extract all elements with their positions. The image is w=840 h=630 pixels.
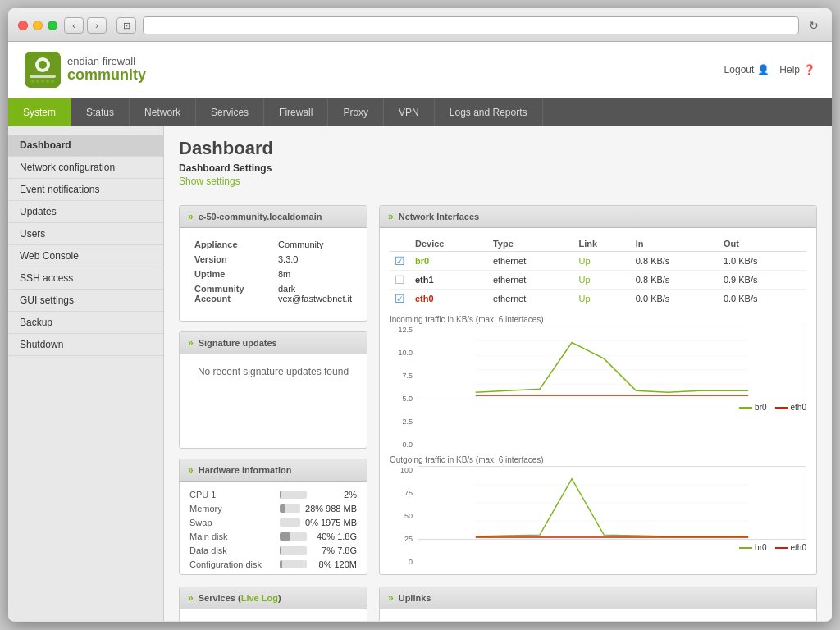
sidebar-item-updates[interactable]: Updates — [8, 201, 163, 223]
main-layout: Dashboard Network configuration Event no… — [8, 126, 832, 621]
nav-services[interactable]: Services — [196, 98, 264, 126]
uplinks-col-status: Status — [546, 618, 597, 621]
nav-logs[interactable]: Logs and Reports — [435, 98, 543, 126]
net-check[interactable]: ☑ — [390, 252, 410, 271]
hw-bar — [280, 504, 285, 513]
content-area: Dashboard Dashboard Settings Show settin… — [164, 126, 832, 621]
checkbox-icon[interactable]: ☑ — [395, 254, 405, 267]
sidebar-item-shutdown[interactable]: Shutdown — [8, 334, 163, 356]
nav-network[interactable]: Network — [130, 98, 196, 126]
hardware-panel: » Hardware information CPU 1 2% Memory — [179, 459, 368, 575]
nav-firewall[interactable]: Firewall — [264, 98, 328, 126]
col-in: In — [631, 236, 719, 252]
logo-area: endian firewall community — [25, 52, 146, 88]
app-header: endian firewall community Logout 👤 Help … — [8, 42, 832, 98]
logout-link[interactable]: Logout 👤 — [724, 64, 770, 75]
nav-vpn[interactable]: VPN — [384, 98, 435, 126]
live-log-link[interactable]: Live Log — [241, 593, 278, 603]
svg-rect-3 — [30, 75, 56, 78]
address-bar[interactable] — [143, 16, 799, 34]
maximize-button[interactable] — [48, 21, 57, 30]
net-check[interactable]: ☐ — [390, 271, 410, 290]
reload-button[interactable]: ↻ — [806, 17, 822, 34]
hw-value: 28% 988 MB — [305, 504, 357, 514]
hw-bar-container — [280, 491, 307, 499]
hw-bar — [280, 560, 282, 568]
hw-bar-container — [280, 504, 300, 513]
hw-value: 40% 1.8G — [312, 532, 357, 541]
appliance-panel-body: Appliance Community Version 3.3.0 — [180, 228, 367, 315]
net-out: 0.0 KB/s — [719, 290, 806, 308]
uplinks-panel: » Uplinks Name IP Address — [379, 587, 817, 621]
nav-status[interactable]: Status — [71, 98, 130, 126]
net-device: eth0 — [410, 290, 488, 308]
checkbox-icon[interactable]: ☐ — [395, 273, 405, 286]
sidebar-item-ssh[interactable]: SSH access — [8, 267, 163, 290]
double-arrow-icon: » — [188, 211, 194, 222]
hw-value: 7% 7.8G — [312, 546, 357, 555]
net-device: br0 — [410, 252, 488, 271]
svg-point-5 — [36, 80, 39, 83]
nav-proxy[interactable]: Proxy — [328, 98, 384, 126]
minimize-button[interactable] — [33, 21, 43, 30]
hw-value: 2% — [312, 490, 357, 500]
appliance-panel-header: » e-50-community.localdomain — [180, 206, 367, 228]
service-row: Intrusion Detection OFF — [189, 618, 357, 621]
uptime-label: Uptime — [191, 267, 273, 281]
uplinks-col-managed: Managed — [738, 618, 806, 621]
incoming-chart — [418, 326, 806, 399]
logout-icon: 👤 — [757, 64, 769, 75]
svg-point-6 — [41, 80, 44, 83]
sidebar-item-dashboard[interactable]: Dashboard — [8, 135, 163, 157]
uplinks-panel-title: Uplinks — [399, 593, 431, 603]
sidebar-item-gui-settings[interactable]: GUI settings — [8, 290, 163, 312]
brand-text: endian firewall — [67, 56, 146, 67]
tab-button[interactable]: ⊡ — [116, 17, 136, 34]
show-settings-link[interactable]: Show settings — [179, 176, 240, 187]
net-type: ethernet — [488, 271, 574, 290]
net-in: 0.8 KB/s — [631, 252, 719, 271]
checkbox-icon[interactable]: ☑ — [395, 292, 405, 305]
hw-bar — [280, 546, 281, 555]
help-link[interactable]: Help ❓ — [779, 64, 815, 75]
header-actions: Logout 👤 Help ❓ — [724, 64, 815, 75]
col-link: Link — [574, 236, 631, 252]
uplinks-col-uptime: Uptime — [597, 618, 687, 621]
hw-label: CPU 1 — [189, 490, 280, 500]
close-button[interactable] — [18, 21, 28, 30]
services-panel-header: » Services (Live Log) — [180, 587, 367, 609]
uptime-row: Uptime 8m — [191, 267, 355, 281]
sidebar-item-event-notifications[interactable]: Event notifications — [8, 179, 163, 201]
hw-bar-container — [280, 574, 307, 575]
community-label: Community Account — [191, 282, 273, 305]
hw-value: 0% 1975 MB — [305, 518, 357, 527]
net-device: eth1 — [410, 271, 488, 290]
sidebar-item-users[interactable]: Users — [8, 223, 163, 245]
sidebar-item-backup[interactable]: Backup — [8, 312, 163, 334]
hw-value: 5% 5.2G — [312, 573, 357, 575]
net-out: 1.0 KB/s — [719, 252, 806, 271]
logo-icon — [25, 52, 61, 88]
services-panel: » Services (Live Log) Intrusion Detectio… — [179, 587, 368, 621]
outgoing-chart-container: Outgoing traffic in KB/s (max. 6 interfa… — [390, 455, 806, 566]
hardware-row: Memory 28% 988 MB — [189, 504, 357, 514]
net-type: ethernet — [488, 290, 574, 308]
nav-system[interactable]: System — [8, 98, 71, 126]
uplinks-panel-header: » Uplinks — [380, 587, 816, 609]
net-link: Up — [574, 271, 631, 290]
net-check[interactable]: ☑ — [390, 290, 410, 308]
uplinks-col-active: Active — [687, 618, 738, 621]
network-row: ☑ br0 ethernet Up 0.8 KB/s 1.0 KB/s — [390, 252, 806, 271]
hw-value: 8% 120M — [312, 559, 357, 569]
outgoing-chart — [418, 466, 806, 540]
col-out: Out — [719, 236, 806, 252]
version-row: Version 3.3.0 — [191, 253, 355, 266]
forward-button[interactable]: › — [87, 17, 107, 34]
sidebar-item-network-config[interactable]: Network configuration — [8, 157, 163, 179]
appliance-info-table: Appliance Community Version 3.3.0 — [189, 236, 357, 307]
network-panel: » Network Interfaces Device — [379, 205, 817, 575]
app-container: endian firewall community Logout 👤 Help … — [8, 42, 832, 621]
back-button[interactable]: ‹ — [64, 17, 84, 34]
sidebar-item-web-console[interactable]: Web Console — [8, 245, 163, 267]
appliance-panel-title: e-50-community.localdomain — [199, 212, 322, 221]
